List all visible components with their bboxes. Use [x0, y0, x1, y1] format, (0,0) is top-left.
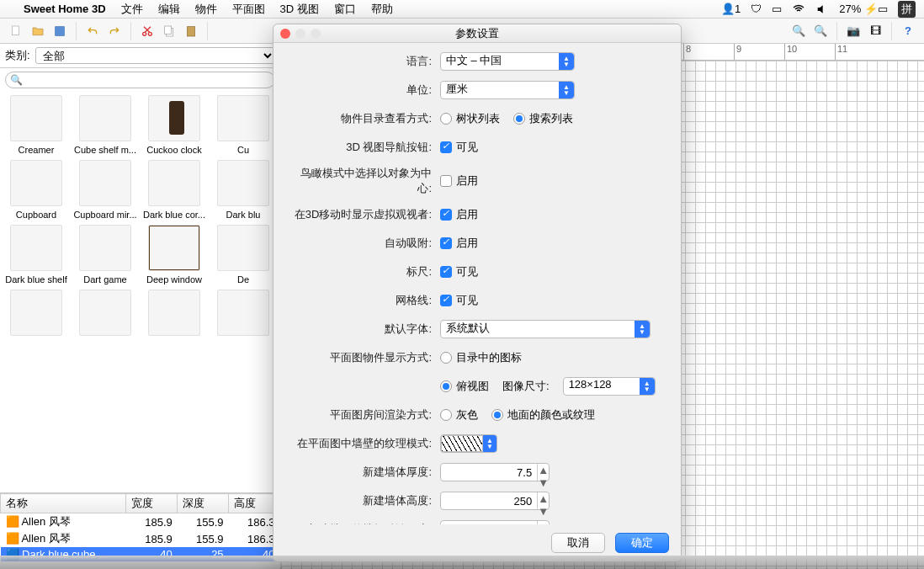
menu-furniture[interactable]: 物件: [195, 2, 217, 17]
redo-button[interactable]: [105, 22, 124, 40]
room-floor-radio[interactable]: 地面的颜色或纹理: [491, 407, 595, 423]
menu-edit[interactable]: 编辑: [158, 2, 180, 17]
close-icon[interactable]: [280, 29, 290, 39]
video-button[interactable]: 🎞: [866, 22, 884, 40]
wall-thickness-input[interactable]: ▲▼: [440, 463, 550, 481]
plan-icon-label: 平面图物件显示方式:: [289, 350, 440, 365]
wall-pattern-label: 在平面图中墙壁的纹理模式:: [289, 436, 440, 451]
font-label: 默认字体:: [289, 322, 440, 337]
catalog-item[interactable]: [2, 290, 71, 339]
catalog-thumb: [217, 95, 269, 141]
open-button[interactable]: [29, 22, 47, 40]
wifi-icon[interactable]: [792, 2, 805, 16]
catalog-search-radio[interactable]: 搜索列表: [513, 111, 573, 126]
grid-check[interactable]: 可见: [440, 293, 478, 308]
magnetism-check[interactable]: 启用: [440, 236, 478, 251]
menu-3dview[interactable]: 3D 视图: [280, 2, 319, 17]
shield-icon[interactable]: 🛡: [751, 3, 762, 15]
cancel-button[interactable]: 取消: [551, 533, 605, 553]
app-name[interactable]: Sweet Home 3D: [24, 3, 106, 15]
col-depth[interactable]: 深度: [178, 494, 229, 513]
catalog-thumb: [148, 225, 200, 271]
ok-button[interactable]: 确定: [615, 533, 669, 553]
wall-height-label: 新建墙体高度:: [289, 493, 440, 508]
font-select[interactable]: 系统默认▲▼: [440, 320, 651, 338]
magnetism-label: 自动吸附:: [289, 236, 440, 251]
aerial-center-check[interactable]: 启用: [440, 173, 478, 189]
zoom-out-button[interactable]: 🔍: [811, 22, 830, 40]
catalog-search-input[interactable]: [5, 72, 275, 88]
catalog-item[interactable]: Cuckoo clock: [140, 95, 209, 155]
undo-button[interactable]: [83, 22, 102, 40]
catalog-tree-radio[interactable]: 树状列表: [440, 111, 500, 126]
svg-rect-1: [56, 26, 65, 35]
display-icon[interactable]: ▭: [772, 3, 782, 15]
unit-select[interactable]: 厘米▲▼: [440, 81, 575, 99]
catalog-panel[interactable]: CreamerCube shelf m...Cuckoo clockCuCupb…: [0, 92, 280, 493]
rulers-check[interactable]: 可见: [440, 264, 478, 279]
col-width[interactable]: 宽度: [126, 494, 178, 513]
menu-help[interactable]: 帮助: [371, 2, 393, 17]
catalog-item[interactable]: [209, 290, 278, 339]
search-icon: 🔍: [10, 74, 23, 86]
catalog-item[interactable]: Dark blue cor...: [140, 160, 209, 220]
svg-point-3: [148, 32, 151, 35]
battery-status[interactable]: 27% ⚡▭: [839, 3, 888, 15]
catalog-item[interactable]: Cupboard mir...: [71, 160, 140, 220]
wall-pattern-select[interactable]: ▲▼: [440, 434, 497, 453]
catalog-item[interactable]: [71, 290, 140, 339]
col-name[interactable]: 名称: [1, 494, 126, 513]
catalog-item[interactable]: De: [209, 225, 278, 284]
image-size-label: 图像尺寸:: [502, 379, 550, 394]
catalog-item[interactable]: Dart game: [71, 225, 140, 284]
catalog-item-name: Dark blue shelf: [2, 274, 71, 284]
show-observer-check[interactable]: 启用: [440, 207, 478, 222]
maximize-icon: [311, 29, 321, 39]
catalog-item[interactable]: Dark blu: [209, 160, 278, 220]
new-button[interactable]: [7, 22, 25, 40]
plan-topview-radio[interactable]: 俯视图: [440, 379, 489, 394]
catalog-item[interactable]: [140, 290, 209, 339]
catalog-thumb: [217, 290, 269, 336]
menu-plan[interactable]: 平面图: [232, 2, 265, 17]
menu-window[interactable]: 窗口: [334, 2, 356, 17]
nav-buttons-check[interactable]: 可见: [440, 140, 478, 155]
paste-button[interactable]: [182, 22, 200, 40]
catalog-item-name: Dart game: [71, 274, 140, 284]
show-observer-label: 在3D移动时显示虚拟观视者:: [289, 207, 440, 222]
image-size-select[interactable]: 128×128▲▼: [563, 377, 656, 396]
catalog-item[interactable]: Cu: [209, 95, 278, 155]
table-row[interactable]: 🟧 Allen 风琴185.9155.9186.3: [1, 513, 280, 531]
plan-catalog-icon-radio[interactable]: 目录中的图标: [440, 350, 522, 365]
aerial-center-label: 鸟瞰模式中选择以对象为中心:: [289, 166, 440, 196]
catalog-thumb: [148, 95, 200, 141]
photo-button[interactable]: 📷: [844, 22, 863, 40]
room-gray-radio[interactable]: 灰色: [440, 407, 478, 423]
catalog-thumb: [79, 95, 131, 141]
svg-rect-0: [12, 26, 19, 35]
notification-icon[interactable]: 👤1: [721, 3, 741, 15]
input-method-icon[interactable]: 拼: [898, 1, 916, 18]
copy-button[interactable]: [160, 22, 178, 40]
catalog-thumb: [10, 160, 62, 206]
menu-file[interactable]: 文件: [121, 2, 143, 17]
table-row[interactable]: 🟧 Allen 风琴185.9155.9186.3: [1, 530, 280, 547]
svg-rect-6: [187, 26, 194, 35]
catalog-item[interactable]: Creamer: [2, 95, 71, 155]
catalog-thumb: [10, 290, 62, 336]
zoom-in-button[interactable]: 🔍: [789, 22, 808, 40]
help-button[interactable]: ?: [899, 22, 917, 40]
cut-button[interactable]: [138, 22, 157, 40]
catalog-item[interactable]: Dark blue shelf: [2, 225, 71, 284]
catalog-item-name: Dark blue cor...: [140, 210, 209, 220]
grid-label: 网格线:: [289, 293, 440, 308]
language-select[interactable]: 中文 – 中国▲▼: [440, 52, 575, 71]
catalog-item[interactable]: Deep window: [140, 225, 209, 284]
volume-icon[interactable]: [815, 2, 829, 16]
save-button[interactable]: [50, 22, 69, 40]
room-render-label: 平面图房间渲染方式:: [289, 407, 440, 423]
catalog-item[interactable]: Cube shelf m...: [71, 95, 140, 155]
category-select[interactable]: 全部: [35, 47, 275, 64]
catalog-item[interactable]: Cupboard: [2, 160, 71, 220]
wall-height-input[interactable]: ▲▼: [440, 492, 550, 510]
